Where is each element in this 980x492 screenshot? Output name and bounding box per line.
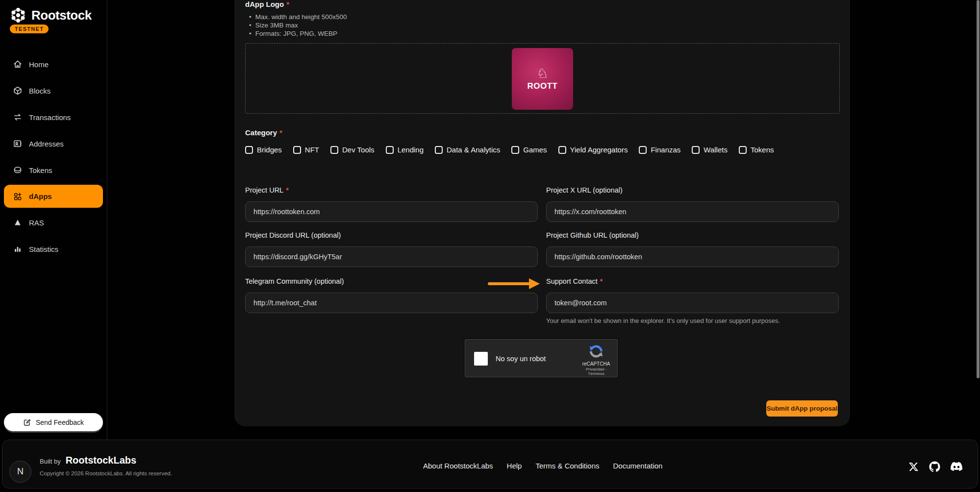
footer-social-icons [908,461,962,472]
checkbox[interactable] [639,146,647,154]
category-checkbox-data-analytics[interactable]: Data & Analytics [435,146,500,154]
send-feedback-label: Send Feedback [36,418,84,426]
project-discord-url-input[interactable] [245,246,538,267]
send-feedback-button[interactable]: Send Feedback [4,413,103,431]
recaptcha-checkbox[interactable] [474,352,488,366]
feedback-note-icon [23,418,31,426]
sidebar-item-label: Transactions [29,113,71,122]
copyright-text: Copyright © 2026 RootstockLabs. All righ… [40,470,172,476]
sidebar-item-label: Statistics [29,245,58,253]
statistics-icon [13,244,23,254]
project-x-url-input[interactable] [546,201,839,222]
project-x-url-field: Project X URL (optional) [546,186,839,222]
category-checkbox-wallets[interactable]: Wallets [692,146,728,154]
category-label: Category* [245,128,282,137]
checkbox[interactable] [558,146,566,154]
checkbox[interactable] [511,146,519,154]
sidebar-item-home[interactable]: Home [0,51,107,77]
required-asterisk: * [286,186,289,194]
checkbox[interactable] [386,146,394,154]
dapp-logo-label: dApp Logo* [245,0,289,8]
logo-requirement: Formats: JPG, PNG, WEBP [249,29,347,38]
support-contact-helper-text: Your email won't be shown in the explore… [546,317,838,324]
support-contact-label: Support Contact* [546,277,839,286]
sidebar-item-ras[interactable]: RAS [0,209,107,236]
rootstocklabs-wordmark[interactable]: RootstockLabs [66,455,136,466]
tokens-icon [13,165,23,175]
category-checkbox-lending[interactable]: Lending [386,146,424,154]
required-asterisk: * [286,0,289,8]
telegram-community-input[interactable] [245,293,538,313]
category-checkbox-games[interactable]: Games [511,146,547,154]
discord-icon[interactable] [951,461,962,472]
checkbox[interactable] [435,146,443,154]
project-url-input[interactable] [245,201,538,222]
support-contact-input[interactable] [546,293,839,313]
recaptcha-privacy-terms[interactable]: Privacidad - Términos [580,367,612,376]
submit-dapp-proposal-button[interactable]: Submit dApp proposal [766,400,838,417]
logo-requirements: Max. width and height 500x500 Size 3MB m… [249,13,347,38]
transactions-icon [13,112,23,122]
x-twitter-icon[interactable] [908,462,919,472]
project-discord-url-field: Project Discord URL (optional) [245,231,538,267]
project-url-label: Project URL* [245,186,538,195]
ras-icon [13,218,23,227]
footer-link-documentation[interactable]: Documentation [613,462,663,470]
addresses-icon [13,139,23,148]
knight-chess-icon: ♘ [536,67,548,80]
logo-requirement: Size 3MB max [249,21,347,29]
sidebar-item-label: RAS [29,219,44,227]
footer-link-terms[interactable]: Terms & Conditions [535,462,599,470]
project-github-url-input[interactable] [546,246,839,267]
category-checkbox-dev-tools[interactable]: Dev Tools [330,146,375,154]
footer-link-about[interactable]: About RootstockLabs [423,462,493,470]
github-icon[interactable] [929,461,940,472]
sidebar-divider [107,0,107,440]
logo-requirement: Max. width and height 500x500 [249,13,347,21]
required-asterisk: * [600,277,603,285]
recaptcha-brand-text: reCAPTCHA [580,361,612,367]
category-checkbox-bridges[interactable]: Bridges [245,146,282,154]
sidebar-item-label: Tokens [29,166,52,174]
category-checkbox-finanzas[interactable]: Finanzas [639,146,680,154]
category-checkbox-yield-aggregators[interactable]: Yield Aggregators [558,146,628,154]
checkbox[interactable] [330,146,338,154]
sidebar: Rootstock TESTNET Home Blocks Transacti [0,0,107,440]
recaptcha-label: No soy un robot [496,340,546,378]
sidebar-item-label: Blocks [29,87,50,95]
checkbox[interactable] [739,146,747,154]
logo-preview-name: ROOTT [528,81,558,91]
dapps-icon [13,192,23,201]
project-x-url-label: Project X URL (optional) [546,186,839,195]
required-asterisk: * [279,128,282,137]
checkbox[interactable] [245,146,253,154]
sidebar-item-statistics[interactable]: Statistics [0,236,107,262]
project-url-field: Project URL* [245,186,538,222]
project-github-url-field: Project Github URL (optional) [546,231,839,267]
checkbox[interactable] [692,146,700,154]
rootstock-logo[interactable]: Rootstock [9,6,92,25]
checkbox[interactable] [293,146,301,154]
sidebar-item-label: dApps [29,192,52,200]
footer-links: About RootstockLabs Help Terms & Conditi… [423,462,662,470]
sidebar-item-label: Addresses [29,140,64,148]
support-contact-field: Support Contact* [546,277,839,313]
page: Rootstock TESTNET Home Blocks Transacti [0,0,980,492]
sidebar-item-transactions[interactable]: Transactions [0,104,107,130]
logo-upload-dropzone[interactable]: ♘ ROOTT [245,43,840,114]
footer-built-by: Built by RootstockLabs [40,455,136,466]
category-checkbox-nft[interactable]: NFT [293,146,319,154]
footer-link-help[interactable]: Help [507,462,522,470]
brand-name: Rootstock [31,8,92,23]
vertical-scrollbar[interactable] [977,0,980,378]
n-overlay-badge[interactable]: N [9,461,31,483]
sidebar-item-tokens[interactable]: Tokens [0,157,107,183]
sidebar-item-dapps[interactable]: dApps [4,185,103,208]
category-checkbox-tokens[interactable]: Tokens [739,146,774,154]
sidebar-item-blocks[interactable]: Blocks [0,77,107,104]
dapp-proposal-form-panel: dApp Logo* Max. width and height 500x500… [234,0,850,426]
annotation-arrow [488,282,530,285]
recaptcha-branding: reCAPTCHA Privacidad - Términos [580,344,612,376]
sidebar-item-label: Home [29,60,49,69]
sidebar-item-addresses[interactable]: Addresses [0,130,107,157]
